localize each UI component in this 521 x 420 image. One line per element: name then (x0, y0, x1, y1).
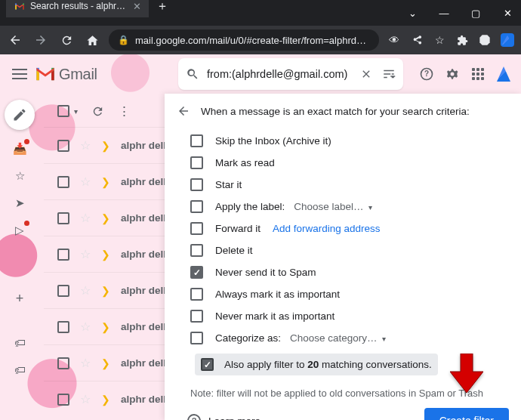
row-checkbox[interactable] (57, 249, 69, 261)
home-button[interactable] (83, 31, 101, 49)
filter-option-star[interactable]: Star it (177, 174, 509, 196)
url-text: mail.google.com/mail/u/0/#create-filter/… (135, 35, 370, 46)
settings-icon[interactable] (444, 66, 461, 82)
checkbox-icon[interactable] (190, 310, 203, 323)
row-checkbox[interactable] (57, 357, 69, 369)
row-checkbox[interactable] (57, 176, 69, 188)
star-icon[interactable]: ☆ (80, 356, 91, 370)
drafts-rail-icon[interactable]: ▷ (11, 222, 28, 239)
checkbox-checked-icon[interactable] (201, 358, 214, 371)
filter-option-delete[interactable]: Delete it (177, 239, 509, 261)
row-checkbox[interactable] (57, 321, 69, 333)
new-tab-button[interactable]: ＋ (156, 0, 168, 14)
refresh-icon[interactable] (91, 105, 104, 118)
tab-close-icon[interactable]: ✕ (133, 1, 141, 12)
more-icon[interactable]: ⋮ (118, 103, 131, 119)
filter-option-forward[interactable]: Forward itAdd forwarding address (177, 218, 509, 239)
select-all-checkbox[interactable] (57, 105, 69, 117)
search-options-icon[interactable] (381, 67, 397, 81)
important-icon[interactable]: ❯ (101, 140, 110, 152)
select-dropdown-icon[interactable]: ▾ (74, 107, 78, 116)
apps-grid-icon[interactable] (470, 66, 486, 82)
forward-button (32, 31, 50, 49)
label-rail-icon-1[interactable]: 🏷 (11, 334, 28, 351)
row-checkbox[interactable] (57, 212, 69, 224)
sent-rail-icon[interactable]: ➤ (11, 195, 28, 212)
back-arrow-icon[interactable] (177, 104, 190, 118)
important-icon[interactable]: ❯ (101, 176, 110, 188)
checkbox-icon[interactable] (190, 200, 203, 213)
category-select[interactable]: Choose category…▾ (290, 332, 386, 344)
compose-button[interactable] (5, 100, 35, 130)
clear-search-icon[interactable] (358, 68, 375, 80)
maximize-button[interactable]: ▢ (468, 5, 483, 20)
learn-more-link[interactable]: Learn more (208, 415, 260, 421)
checkbox-icon[interactable] (190, 244, 203, 257)
starred-rail-icon[interactable]: ☆ (11, 168, 28, 184)
filter-option-always-important[interactable]: Always mark it as important (177, 283, 509, 305)
adblock-icon[interactable] (477, 32, 492, 48)
important-icon[interactable]: ❯ (101, 394, 110, 406)
star-icon[interactable]: ☆ (80, 211, 91, 225)
label-rail-icon-2[interactable]: 🏷 (11, 361, 28, 378)
browser-tab[interactable]: Search results - alphr101@gmail… ✕ (6, 0, 149, 17)
important-icon[interactable]: ❯ (101, 212, 110, 224)
bookmark-star-icon[interactable]: ☆ (432, 32, 447, 48)
search-icon[interactable] (184, 67, 201, 81)
star-icon[interactable]: ☆ (80, 174, 91, 189)
star-icon[interactable]: ☆ (80, 283, 91, 298)
support-icon[interactable]: ? (418, 66, 435, 82)
back-button[interactable] (6, 31, 24, 49)
star-icon[interactable]: ☆ (80, 138, 91, 153)
alphr-account-icon[interactable] (495, 66, 512, 82)
minimize-button[interactable]: ― (436, 5, 452, 20)
expand-rail-icon[interactable]: + (11, 290, 28, 307)
filter-option-apply-label[interactable]: Apply the label:Choose label…▾ (177, 196, 509, 218)
checkbox-icon[interactable] (190, 134, 203, 147)
checkbox-icon[interactable] (190, 332, 203, 344)
checkbox-checked-icon[interactable] (190, 266, 203, 279)
main-menu-icon[interactable] (9, 69, 30, 79)
add-forwarding-link[interactable]: Add forwarding address (273, 223, 381, 234)
search-bar[interactable]: from:(alphrdelle@gmail.com) (178, 58, 403, 90)
lock-icon: 🔒 (118, 35, 129, 45)
filter-option-categorize[interactable]: Categorize as:Choose category…▾ (177, 327, 509, 349)
important-icon[interactable]: ❯ (101, 321, 110, 333)
filter-option-skip-inbox[interactable]: Skip the Inbox (Archive it) (177, 130, 509, 152)
important-icon[interactable]: ❯ (101, 285, 110, 297)
filter-option-mark-read[interactable]: Mark as read (177, 152, 509, 174)
row-checkbox[interactable] (57, 394, 69, 406)
alphr-extension-icon[interactable] (500, 32, 515, 48)
row-checkbox[interactable] (57, 285, 69, 297)
checkbox-icon[interactable] (190, 288, 203, 301)
important-icon[interactable]: ❯ (101, 249, 110, 261)
reload-button[interactable] (57, 31, 76, 49)
tab-title: Search results - alphr101@gmail… (30, 1, 128, 11)
search-query-text: from:(alphrdelle@gmail.com) (207, 68, 352, 80)
create-filter-button[interactable]: Create filter (424, 408, 509, 420)
checkbox-icon[interactable] (190, 156, 203, 169)
star-icon[interactable]: ☆ (80, 320, 91, 334)
filter-apply-existing[interactable]: Also apply filter to 20 matching convers… (195, 354, 438, 375)
filter-option-never-important[interactable]: Never mark it as important (177, 305, 509, 327)
chevron-down-icon: ▾ (368, 203, 372, 212)
help-icon[interactable]: ? (187, 414, 201, 420)
inbox-rail-icon[interactable]: 📥 (11, 141, 28, 157)
star-icon[interactable]: ☆ (80, 247, 91, 261)
eye-extension-icon[interactable]: 👁 (387, 32, 402, 48)
extensions-icon[interactable] (455, 32, 470, 48)
checkbox-icon[interactable] (190, 178, 203, 191)
important-icon[interactable]: ❯ (101, 357, 110, 369)
address-bar[interactable]: 🔒 mail.google.com/mail/u/0/#create-filte… (109, 29, 379, 51)
star-icon[interactable]: ☆ (80, 392, 91, 406)
checkbox-icon[interactable] (190, 222, 203, 235)
svg-text:?: ? (424, 69, 429, 78)
share-icon[interactable] (409, 32, 424, 48)
gmail-brand-text: Gmail (59, 66, 97, 83)
filter-option-never-spam[interactable]: Never send it to Spam (177, 261, 509, 283)
close-window-button[interactable]: ✕ (500, 5, 515, 20)
gmail-logo[interactable]: Gmail (35, 66, 97, 83)
row-checkbox[interactable] (57, 140, 69, 152)
label-select[interactable]: Choose label…▾ (294, 201, 371, 212)
chevron-down-icon[interactable]: ⌄ (405, 5, 420, 20)
